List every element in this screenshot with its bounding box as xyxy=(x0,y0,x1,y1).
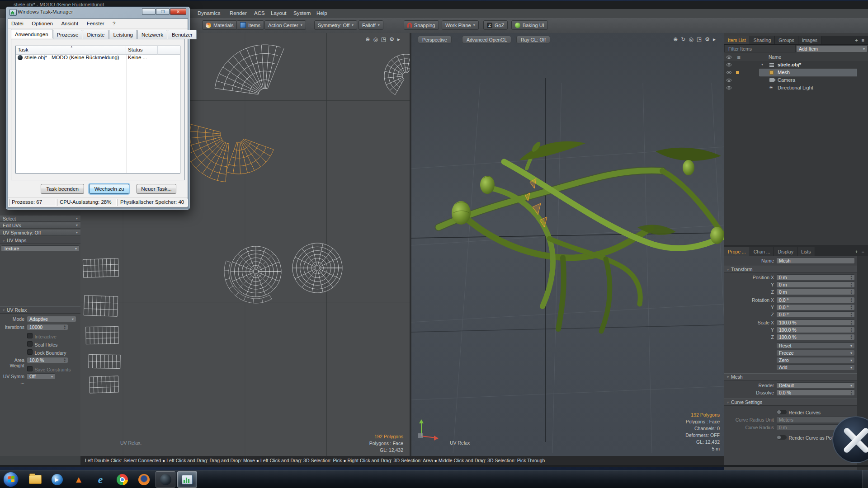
taskbar-item-modo[interactable] xyxy=(156,471,175,488)
tab-shading[interactable]: Shading xyxy=(750,36,775,44)
position-z-field[interactable]: 0 m▴▾ xyxy=(777,289,854,295)
show-desktop-button[interactable] xyxy=(863,470,868,488)
taskbar-item-chrome[interactable] xyxy=(112,471,132,488)
tab-item-list[interactable]: Item List xyxy=(724,36,750,44)
area-weight-field[interactable]: 10.0 %▴▾ xyxy=(27,357,68,363)
new-task-button[interactable]: Neuer Task... xyxy=(137,184,176,194)
tab-advanced-opengl[interactable]: Advanced OpenGL xyxy=(462,36,511,43)
zero-button[interactable]: Zero▾ xyxy=(777,357,854,363)
select-dropdown[interactable]: Select▾ xyxy=(0,216,80,222)
panel-menu-icon[interactable]: ≡ xyxy=(862,249,864,254)
work-plane-button[interactable]: Work Plane▾ xyxy=(442,20,479,30)
menu-render[interactable]: Render xyxy=(230,10,247,16)
task-column-header[interactable]: Task▴ xyxy=(16,46,126,55)
snapping-button[interactable]: Snapping xyxy=(404,20,439,30)
transform-section-header[interactable]: ▿Transform xyxy=(724,266,857,273)
uv-viewport-icons[interactable]: ⊕◎◳⚙▸ xyxy=(365,36,403,42)
stepper-icon[interactable]: ▴▾ xyxy=(850,275,852,280)
stepper-icon[interactable]: ▴▾ xyxy=(850,327,852,333)
tree-row-root[interactable]: ▾ stiele.obj* xyxy=(724,61,868,69)
menu-optionen[interactable]: Optionen xyxy=(28,19,56,28)
rotation-z-field[interactable]: 0.0 °▴▾ xyxy=(777,311,854,317)
start-button[interactable] xyxy=(3,472,19,487)
menu-datei[interactable]: Datei xyxy=(8,19,27,28)
rotation-x-field[interactable]: 0.0 °▴▾ xyxy=(777,297,854,303)
tab-leistung[interactable]: Leistung xyxy=(109,30,137,39)
tab-prozesse[interactable]: Prozesse xyxy=(53,30,83,39)
position-y-field[interactable]: 0 m▴▾ xyxy=(777,282,854,287)
eye-icon[interactable] xyxy=(726,86,731,89)
add-item-dropdown[interactable]: Add Item▾ xyxy=(797,45,867,52)
items-button[interactable]: Items xyxy=(236,20,264,30)
add-tab-icon[interactable]: + xyxy=(855,249,858,254)
minimize-button[interactable]: — xyxy=(142,8,156,15)
scale-z-field[interactable]: 100.0 %▴▾ xyxy=(777,334,854,340)
uv-relax-section-header[interactable]: ▿UV Relax xyxy=(0,306,80,314)
taskbar-item-task-manager[interactable] xyxy=(177,471,197,488)
menu-hilfe[interactable]: ? xyxy=(109,19,118,28)
render-dropdown[interactable]: Default▾ xyxy=(777,382,854,388)
uv-maps-section-header[interactable]: ▿UV Maps xyxy=(0,237,80,244)
baking-ui-button[interactable]: Baking UI xyxy=(511,20,548,30)
reset-button[interactable]: Reset▾ xyxy=(777,343,854,348)
eye-icon[interactable] xyxy=(726,63,731,66)
render-toggle-icon[interactable] xyxy=(736,71,739,74)
scale-x-field[interactable]: 100.0 %▴▾ xyxy=(777,319,854,325)
add-button[interactable]: Add▾ xyxy=(777,364,854,370)
switch-to-button[interactable]: Wechseln zu xyxy=(89,184,129,194)
filter-items-input[interactable]: Filter Items xyxy=(724,45,796,52)
stepper-icon[interactable]: ▴▾ xyxy=(64,357,66,363)
tab-properties[interactable]: Prope ... xyxy=(724,247,750,256)
tab-perspective[interactable]: Perspective xyxy=(418,36,452,43)
add-tab-icon[interactable]: + xyxy=(855,38,858,43)
scale-y-field[interactable]: 100.0 %▴▾ xyxy=(777,327,854,333)
tab-netzwerk[interactable]: Netzwerk xyxy=(137,30,167,39)
menu-help[interactable]: Help xyxy=(316,10,327,16)
menu-ansicht[interactable]: Ansicht xyxy=(58,19,81,28)
stepper-icon[interactable]: ▴▾ xyxy=(850,312,852,317)
curve-settings-section-header[interactable]: ▿Curve Settings xyxy=(724,399,857,406)
menu-acs[interactable]: ACS xyxy=(254,10,265,16)
taskbar-item-internet-explorer[interactable]: e xyxy=(90,471,110,488)
lock-boundary-checkbox[interactable]: Lock Boundary xyxy=(27,348,66,357)
tab-benutzer[interactable]: Benutzer xyxy=(168,30,197,39)
taskbar-item-vlc[interactable]: ▲ xyxy=(69,471,89,488)
stepper-icon[interactable]: ▴▾ xyxy=(850,297,852,303)
stepper-icon[interactable]: ▴▾ xyxy=(850,334,852,340)
position-x-field[interactable]: 0 m▴▾ xyxy=(777,274,854,280)
tab-anwendungen[interactable]: Anwendungen xyxy=(11,29,52,38)
viewport-3d[interactable]: Perspective Advanced OpenGL Ray GL: Off … xyxy=(411,33,724,456)
dissolve-field[interactable]: 0.0 %▴▾ xyxy=(777,389,854,395)
taskbar-item-firefox[interactable] xyxy=(134,471,154,488)
edit-uvs-dropdown[interactable]: Edit UVs▾ xyxy=(0,222,80,229)
viewport-3d-icons[interactable]: ⊕↻◎◳⚙▸ xyxy=(673,36,719,42)
eye-icon[interactable] xyxy=(726,79,731,82)
tab-dienste[interactable]: Dienste xyxy=(83,30,108,39)
panel-menu-icon[interactable]: ≡ xyxy=(862,38,864,43)
maximize-button[interactable]: ❐ xyxy=(156,8,170,15)
stepper-icon[interactable]: ▴▾ xyxy=(850,320,852,325)
stepper-icon[interactable]: ▴▾ xyxy=(850,282,852,287)
render-curves-toggle[interactable]: Render Curves xyxy=(777,408,821,416)
stepper-icon[interactable]: ▴▾ xyxy=(850,390,852,395)
mode-dropdown[interactable]: Adaptive▾ xyxy=(27,316,76,322)
status-column-header[interactable]: Status xyxy=(126,46,158,55)
tab-ray-gl[interactable]: Ray GL: Off xyxy=(516,36,550,43)
tab-display[interactable]: Display xyxy=(774,247,797,256)
goz-button[interactable]: ZGoZ xyxy=(483,20,508,30)
tab-lists[interactable]: Lists xyxy=(797,247,815,256)
stepper-icon[interactable]: ▴▾ xyxy=(850,305,852,310)
tab-groups[interactable]: Groups xyxy=(775,36,798,44)
action-center-button[interactable]: Action Center▾ xyxy=(264,20,306,30)
falloff-button[interactable]: Falloff▾ xyxy=(359,20,383,30)
menu-dynamics[interactable]: Dynamics xyxy=(198,10,220,16)
freeze-button[interactable]: Freeze▾ xyxy=(777,350,854,356)
tree-row-mesh[interactable]: Mesh xyxy=(724,69,868,76)
taskbar-item-explorer[interactable] xyxy=(25,471,45,488)
name-field[interactable]: Mesh xyxy=(777,258,854,263)
save-constraints-checkbox[interactable]: Save Constraints xyxy=(27,365,71,373)
tree-row-camera[interactable]: Camera xyxy=(724,76,868,84)
stepper-icon[interactable]: ▴▾ xyxy=(64,324,66,330)
interactive-checkbox[interactable]: Interactive xyxy=(27,332,57,340)
materials-button[interactable]: Materials xyxy=(202,20,237,30)
